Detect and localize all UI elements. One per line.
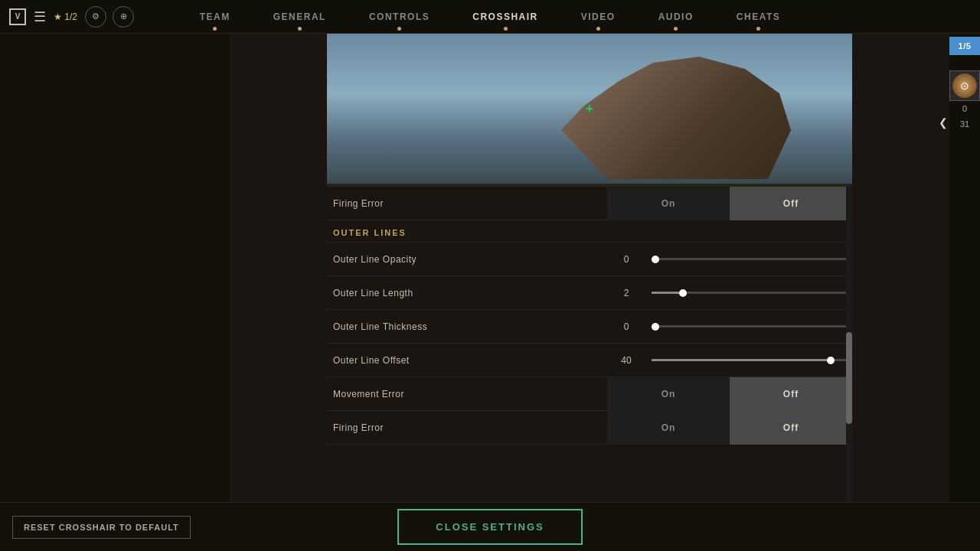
tab-dot (213, 27, 217, 31)
tab-crosshair[interactable]: CROSSHAIR (451, 0, 560, 34)
outer-line-offset-control: 40 (607, 355, 852, 366)
outer-line-offset-track[interactable] (652, 359, 846, 361)
outer-line-thickness-row: Outer Line Thickness 0 (327, 310, 852, 344)
scrollbar-area[interactable] (846, 187, 852, 551)
outer-line-opacity-value: 0 (607, 254, 645, 265)
nav-tabs: TEAM GENERAL CONTROLS CROSSHAIR VIDEO AU… (168, 0, 812, 34)
outer-line-thickness-control: 0 (607, 321, 852, 332)
scrollbar-thumb[interactable] (846, 332, 852, 424)
profile-icon[interactable]: ⊕ (113, 6, 134, 28)
firing-error-label-outer: Firing Error (327, 422, 607, 433)
firing-error-row-outer: Firing Error On Off (327, 411, 852, 445)
tab-dot-active (504, 27, 508, 31)
tab-video[interactable]: VIDEO (560, 0, 637, 34)
outer-line-length-track[interactable] (652, 292, 846, 294)
firing-error-row-top: Firing Error On Off (327, 187, 852, 220)
outer-line-thickness-thumb[interactable] (652, 323, 659, 331)
outer-line-opacity-thumb[interactable] (652, 256, 659, 263)
firing-error-label-top: Firing Error (327, 198, 607, 209)
outer-line-length-row: Outer Line Length 2 (327, 276, 852, 310)
crosshair-preview (327, 34, 852, 184)
tab-dot (298, 27, 302, 31)
firing-error-control-outer: On Off (607, 411, 852, 445)
outer-line-thickness-value: 0 (607, 321, 645, 332)
chevron-left-icon[interactable]: ❮ (939, 116, 948, 129)
right-panel: 1/5 ❮ ⊙ 0 31 (949, 34, 980, 551)
bottom-bar: RESET CROSSHAIR TO DEFAULT CLOSE SETTING… (0, 502, 980, 551)
movement-error-label: Movement Error (327, 389, 607, 399)
valorant-logo: V (9, 8, 26, 25)
score-top: 0 (949, 101, 980, 116)
top-navigation: V ☰ ★ 1/2 ⚙ ⊕ TEAM GENERAL CONTROLS CROS… (0, 0, 980, 34)
tab-cheats[interactable]: CHEATS (715, 0, 802, 34)
outer-line-length-thumb[interactable] (679, 289, 687, 297)
outer-line-opacity-label: Outer Line Opacity (327, 254, 607, 265)
firing-error-toggle-top: On Off (607, 187, 852, 220)
nav-left: V ☰ ★ 1/2 ⚙ ⊕ (0, 6, 168, 28)
movement-error-row: Movement Error On Off (327, 377, 852, 411)
tab-team[interactable]: TEAM (178, 0, 252, 34)
tab-dot (596, 27, 600, 31)
tab-dot (674, 27, 678, 31)
outer-line-opacity-track[interactable] (652, 258, 846, 260)
outer-line-offset-fill (652, 359, 827, 361)
firing-error-off-top[interactable]: Off (730, 187, 852, 220)
outer-lines-header: OUTER LINES (327, 220, 852, 243)
outer-line-thickness-track[interactable] (652, 325, 846, 328)
outer-line-opacity-row: Outer Line Opacity 0 (327, 243, 852, 276)
tab-general[interactable]: GENERAL (252, 0, 348, 34)
star-badge: ★ 1/2 (54, 11, 77, 22)
firing-error-off-outer[interactable]: Off (730, 411, 852, 445)
hamburger-menu[interactable]: ☰ (34, 8, 46, 25)
agent-counter: 1/5 (949, 37, 980, 55)
agent-avatar-image: ⊙ (952, 73, 977, 98)
outer-line-opacity-control: 0 (607, 254, 852, 265)
outer-line-length-control: 2 (607, 288, 852, 298)
close-settings-button[interactable]: CLOSE SETTINGS (397, 509, 582, 545)
firing-error-on-outer[interactable]: On (607, 411, 730, 445)
outer-line-offset-row: Outer Line Offset 40 (327, 344, 852, 377)
agent-avatar[interactable]: ⊙ (949, 70, 980, 101)
firing-error-toggle-outer: On Off (607, 411, 852, 445)
movement-error-on[interactable]: On (607, 377, 730, 411)
outer-line-length-label: Outer Line Length (327, 288, 607, 298)
reset-crosshair-button[interactable]: RESET CROSSHAIR TO DEFAULT (12, 516, 191, 539)
movement-error-control: On Off (607, 377, 852, 411)
crosshair-display (584, 103, 595, 114)
firing-error-on-top[interactable]: On (607, 187, 730, 220)
outer-line-length-fill (652, 292, 679, 294)
outer-line-offset-value: 40 (607, 355, 645, 366)
outer-line-offset-thumb[interactable] (827, 357, 835, 364)
tab-controls[interactable]: CONTROLS (348, 0, 451, 34)
tab-dot (397, 27, 401, 31)
nav-icons: ⚙ ⊕ (85, 6, 134, 28)
firing-error-control-top: On Off (607, 187, 852, 220)
movement-error-toggle: On Off (607, 377, 852, 411)
center-panel: Firing Error On Off OUTER LINES Outer Li… (230, 34, 949, 551)
tab-dot (756, 27, 760, 31)
outer-line-offset-label: Outer Line Offset (327, 355, 607, 366)
main-content: Firing Error On Off OUTER LINES Outer Li… (0, 34, 980, 551)
movement-error-off[interactable]: Off (730, 377, 852, 411)
score-bottom: 31 (949, 116, 980, 132)
outer-line-length-value: 2 (607, 288, 645, 298)
tab-audio[interactable]: AUDIO (637, 0, 715, 34)
settings-panel[interactable]: Firing Error On Off OUTER LINES Outer Li… (327, 187, 852, 551)
rocky-background (561, 57, 791, 179)
settings-icon[interactable]: ⚙ (85, 6, 106, 28)
outer-line-thickness-label: Outer Line Thickness (327, 321, 607, 332)
left-panel (0, 34, 230, 551)
